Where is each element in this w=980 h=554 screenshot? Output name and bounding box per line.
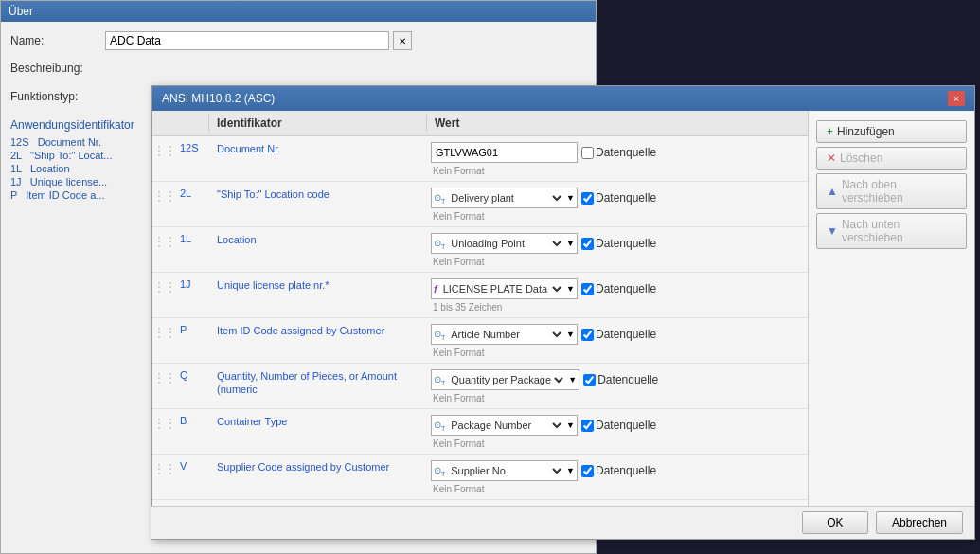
dropdown-q[interactable]: ⊙T Quantity per Package ▼	[431, 369, 579, 390]
datasource-checkbox-1l[interactable]: Datenquelle	[581, 237, 656, 250]
dropdown-2l[interactable]: ⊙T Delivery plant ▼	[431, 188, 578, 208]
table-row: ⋮⋮ Q Quantity, Number of Pieces, or Amou…	[152, 364, 808, 409]
datasource-check-b[interactable]	[581, 420, 594, 432]
row-link-2l[interactable]: "Ship To:" Location code	[217, 188, 330, 200]
cancel-button[interactable]: Abbrechen	[876, 511, 963, 534]
row-handle[interactable]: ⋮⋮	[152, 229, 176, 248]
datasource-label-v: Datenquelle	[596, 464, 656, 477]
dialog-title: ANSI MH10.8.2 (ASC)	[162, 92, 275, 105]
datasource-check-v[interactable]	[581, 465, 594, 477]
select-b[interactable]: Package Number	[447, 419, 564, 432]
datasource-checkbox-12s[interactable]: Datenquelle	[581, 146, 656, 159]
field-icon-1l: ⊙T	[434, 238, 445, 250]
table-row: ⋮⋮ B Container Type ⊙T Package Number	[152, 409, 808, 455]
select-q[interactable]: Quantity per Package	[447, 373, 566, 386]
row-link-12s[interactable]: Document Nr.	[217, 143, 280, 154]
row-handle[interactable]: ⋮⋮	[152, 138, 176, 157]
select-1j[interactable]: LICENSE PLATE Data	[439, 282, 564, 295]
move-up-button[interactable]: ▲ Nach oben verschieben	[816, 173, 967, 209]
datasource-label-b: Datenquelle	[596, 419, 656, 432]
move-up-label: Nach oben verschieben	[842, 178, 956, 205]
dialog-body: Identifikator Wert ⋮⋮ 12S Document Nr. G…	[152, 111, 974, 539]
dropdown-arrow-p: ▼	[566, 330, 575, 339]
row-link-1j[interactable]: Unique license plate nr.*	[217, 279, 330, 291]
datasource-check-12s[interactable]	[581, 147, 594, 159]
col-header-wert: Wert	[427, 115, 808, 132]
value-text-12s[interactable]: GTLVWAG01	[431, 142, 578, 163]
field-icon-q: ⊙T	[434, 374, 445, 386]
row-handle[interactable]: ⋮⋮	[152, 411, 176, 430]
datasource-checkbox-v[interactable]: Datenquelle	[581, 464, 656, 477]
select-2l[interactable]: Delivery plant	[447, 191, 564, 205]
datasource-check-q[interactable]	[583, 374, 596, 386]
datasource-check-1j[interactable]	[581, 283, 594, 295]
select-1l[interactable]: Unloading Point	[447, 237, 564, 250]
row-link-b[interactable]: Container Type	[217, 416, 287, 427]
dropdown-arrow-2l: ▼	[566, 193, 575, 203]
plus-icon: +	[827, 125, 833, 138]
drag-icon: ⋮⋮	[153, 235, 176, 248]
datasource-checkbox-1j[interactable]: Datenquelle	[581, 282, 656, 295]
format-v: Kein Format	[433, 483, 804, 495]
row-handle[interactable]: ⋮⋮	[152, 366, 176, 384]
datasource-check-p[interactable]	[581, 329, 594, 341]
row-handle[interactable]: ⋮⋮	[152, 184, 176, 203]
drag-icon: ⋮⋮	[153, 371, 176, 384]
select-p[interactable]: Article Number	[447, 328, 564, 341]
row-desc-b: Container Type	[209, 411, 427, 432]
dropdown-v[interactable]: ⊙T Supplier No ▼	[431, 460, 578, 481]
down-icon: ▼	[827, 224, 838, 238]
row-desc-1j: Unique license plate nr.*	[209, 275, 427, 295]
row-desc-p: Item ID Code assigned by Customer	[209, 320, 427, 341]
table-header: Identifikator Wert	[152, 111, 808, 136]
ok-button[interactable]: OK	[802, 511, 868, 534]
drag-icon: ⋮⋮	[153, 417, 176, 430]
drag-icon: ⋮⋮	[153, 144, 176, 157]
row-desc-2l: "Ship To:" Location code	[209, 184, 427, 205]
move-down-button[interactable]: ▼ Nach unten verschieben	[816, 213, 967, 249]
add-button[interactable]: + Hinzufügen	[816, 120, 967, 143]
datasource-checkbox-2l[interactable]: Datenquelle	[581, 191, 656, 205]
table-body[interactable]: ⋮⋮ 12S Document Nr. GTLVWAG01 Datenquell…	[152, 136, 808, 539]
bg-titlebar: Über	[1, 1, 596, 22]
drag-icon: ⋮⋮	[153, 326, 176, 339]
table-row: ⋮⋮ 1J Unique license plate nr.* f LICENS…	[152, 273, 808, 318]
table-row: ⋮⋮ 2L "Ship To:" Location code ⊙T Delive…	[152, 182, 808, 227]
name-input[interactable]	[105, 31, 389, 50]
add-label: Hinzufügen	[837, 125, 895, 138]
row-value-2l: ⊙T Delivery plant ▼ Datenquelle	[427, 184, 808, 224]
button-panel: + Hinzufügen ✕ Löschen ▲ Nach oben versc…	[809, 111, 974, 539]
row-id-1l: 1L	[176, 229, 209, 248]
format-b: Kein Format	[433, 438, 804, 450]
row-link-v[interactable]: Supplier Code assigned by Customer	[217, 461, 389, 473]
row-id-12s: 12S	[176, 138, 209, 157]
format-q: Kein Format	[433, 392, 804, 404]
row-value-q: ⊙T Quantity per Package ▼ Datenquelle	[427, 366, 808, 406]
row-id-q: Q	[176, 366, 209, 384]
dropdown-b[interactable]: ⊙T Package Number ▼	[431, 415, 578, 436]
row-link-q[interactable]: Quantity, Number of Pieces, or Amount (n…	[217, 370, 397, 395]
format-2l: Kein Format	[433, 210, 804, 223]
row-handle[interactable]: ⋮⋮	[152, 320, 176, 339]
datasource-checkbox-q[interactable]: Datenquelle	[583, 373, 658, 386]
dropdown-p[interactable]: ⊙T Article Number ▼	[431, 324, 578, 345]
row-link-1l[interactable]: Location	[217, 234, 257, 245]
dialog-close-button[interactable]: ×	[948, 91, 965, 106]
datasource-checkbox-p[interactable]: Datenquelle	[581, 328, 656, 341]
datasource-check-2l[interactable]	[581, 192, 594, 205]
delete-button[interactable]: ✕ Löschen	[816, 147, 967, 170]
field-icon-2l: ⊙T	[434, 192, 445, 205]
row-handle[interactable]: ⋮⋮	[152, 456, 176, 475]
datasource-label-1l: Datenquelle	[596, 237, 656, 250]
datasource-checkbox-b[interactable]: Datenquelle	[581, 419, 656, 432]
drag-icon: ⋮⋮	[153, 280, 176, 294]
dropdown-1l[interactable]: ⊙T Unloading Point ▼	[431, 233, 578, 254]
dropdown-1j[interactable]: f LICENSE PLATE Data ▼	[431, 278, 578, 299]
row-handle[interactable]: ⋮⋮	[152, 275, 176, 294]
select-v[interactable]: Supplier No	[447, 464, 564, 477]
datasource-check-1l[interactable]	[581, 238, 594, 250]
row-desc-12s: Document Nr.	[209, 138, 427, 159]
row-link-p[interactable]: Item ID Code assigned by Customer	[217, 325, 384, 336]
delete-label: Löschen	[840, 152, 882, 165]
name-clear-button[interactable]: ✕	[393, 31, 412, 50]
